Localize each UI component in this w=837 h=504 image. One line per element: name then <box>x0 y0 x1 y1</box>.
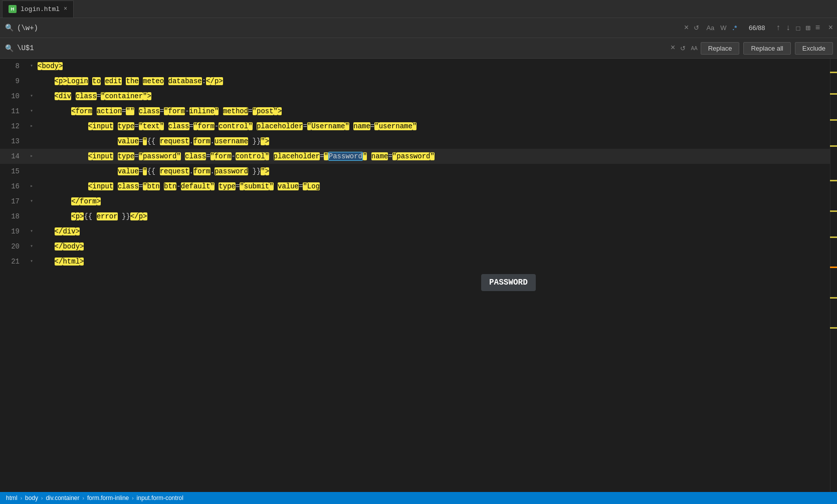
replace-all-button[interactable]: Replace all <box>743 42 790 55</box>
fold-11[interactable]: ▾ <box>28 104 36 119</box>
scrollbar-current-mark <box>830 267 837 268</box>
editor-main[interactable]: 8 ▾ <body> 9 <p>Login to edit the meteo … <box>0 59 830 492</box>
multiline-button[interactable]: ⊞ <box>804 22 811 34</box>
line-num-14: 14 <box>0 149 28 164</box>
line-content-20: </body> <box>36 239 830 254</box>
find-refresh-button[interactable]: ↺ <box>692 23 701 33</box>
scrollbar-mark-5 <box>830 210 837 212</box>
line-num-9: 9 <box>0 74 28 89</box>
code-line-10: 10 ▾ <div class="container"> <box>0 89 830 104</box>
exclude-button[interactable]: Exclude <box>795 42 833 55</box>
line-num-12: 12 <box>0 119 28 134</box>
code-line-11: 11 ▾ <form action="" class="form-inline"… <box>0 104 830 119</box>
fold-10[interactable]: ▾ <box>28 89 36 104</box>
find-input[interactable] <box>17 24 681 32</box>
editor-container: 8 ▾ <body> 9 <p>Login to edit the meteo … <box>0 59 837 492</box>
status-sep-3: › <box>83 495 84 501</box>
code-line-16: 16 ▸ <input class="btn btn-default" type… <box>0 179 830 194</box>
aa-case-button[interactable]: AA <box>691 46 697 51</box>
next-match-button[interactable]: ↓ <box>785 23 792 34</box>
fold-14[interactable]: ▸ <box>28 149 36 164</box>
line-num-15: 15 <box>0 164 28 179</box>
line-num-18: 18 <box>0 209 28 224</box>
status-input-control[interactable]: input.form-control <box>137 494 183 501</box>
tab-close-button[interactable]: × <box>64 6 67 12</box>
tab-filename: login.html <box>21 6 60 13</box>
file-tab[interactable]: H login.html × <box>2 1 74 18</box>
code-line-21: 21 ▾ </html> <box>0 254 830 269</box>
line-content-17: </form> <box>36 194 830 209</box>
code-line-9: 9 <p>Login to edit the meteo database:</… <box>0 74 830 89</box>
code-line-15: 15 value="{{ request.form.password }}"> <box>0 164 830 179</box>
line-num-16: 16 <box>0 179 28 194</box>
line-content-8: <body> <box>36 59 830 74</box>
search-area: 🔍 × ↺ Aa W .* 66/88 ↑ ↓ ☐ ⊞ ≡ × 🔍 × ↺ AA… <box>0 18 837 59</box>
line-num-19: 19 <box>0 224 28 239</box>
code-line-13: 13 value="{{ request.form.username }}"> <box>0 134 830 149</box>
line-content-15: value="{{ request.form.password }}"> <box>36 164 830 179</box>
status-form-inline[interactable]: form.form-inline <box>87 494 129 501</box>
line-content-19: </div> <box>36 224 830 239</box>
match-count: 66/88 <box>742 24 772 32</box>
prev-match-button[interactable]: ↑ <box>775 23 782 34</box>
scrollbar-mark-9 <box>830 72 837 73</box>
replace-icon: 🔍 <box>4 43 14 53</box>
fold-20[interactable]: ▾ <box>28 239 36 254</box>
fold-8[interactable]: ▾ <box>28 59 36 74</box>
line-content-9: <p>Login to edit the meteo database:</p> <box>36 74 830 89</box>
code-line-19: 19 ▾ </div> <box>0 224 830 239</box>
scrollbar-mark-7 <box>830 297 837 299</box>
fold-17[interactable]: ▾ <box>28 194 36 209</box>
status-bar: html › body › div.container › form.form-… <box>0 492 837 504</box>
scrollbar-mark-3 <box>830 145 837 147</box>
scrollbar-mark-4 <box>830 180 837 181</box>
scrollbar-mark-2 <box>830 119 837 121</box>
scrollbar-mark-1 <box>830 93 837 95</box>
line-num-8: 8 <box>0 59 28 74</box>
code-line-8: 8 ▾ <body> <box>0 59 830 74</box>
line-content-13: value="{{ request.form.username }}"> <box>36 134 830 149</box>
status-sep-4: › <box>132 495 133 501</box>
find-clear-button[interactable]: × <box>684 24 689 33</box>
fold-21[interactable]: ▾ <box>28 254 36 269</box>
filter-button[interactable]: ≡ <box>814 23 821 34</box>
find-row: 🔍 × ↺ Aa W .* 66/88 ↑ ↓ ☐ ⊞ ≡ × <box>0 18 837 38</box>
regex-button[interactable]: .* <box>731 23 739 33</box>
scrollbar-mark-6 <box>830 236 837 238</box>
fold-16[interactable]: ▸ <box>28 179 36 194</box>
line-content-14: <input type="password" class="form-contr… <box>36 149 830 164</box>
line-num-21: 21 <box>0 254 28 269</box>
fold-19[interactable]: ▾ <box>28 224 36 239</box>
find-icon: 🔍 <box>4 23 14 33</box>
line-num-20: 20 <box>0 239 28 254</box>
code-line-18: 18 <p>{{ error }}</p> <box>0 209 830 224</box>
search-close-button[interactable]: × <box>828 24 833 33</box>
line-num-10: 10 <box>0 89 28 104</box>
status-sep-2: › <box>41 495 43 501</box>
code-line-12: 12 ▸ <input type="text" class="form-cont… <box>0 119 830 134</box>
line-content-10: <div class="container"> <box>36 89 830 104</box>
tooltip-popup: PASSWORD <box>481 274 536 291</box>
line-content-21: </html> <box>36 254 830 269</box>
replace-row: 🔍 × ↺ AA Replace Replace all Exclude <box>0 38 837 58</box>
status-div-container[interactable]: div.container <box>46 494 79 501</box>
line-num-13: 13 <box>0 134 28 149</box>
whole-word-button[interactable]: W <box>718 23 728 33</box>
code-line-17: 17 ▾ </form> <box>0 194 830 209</box>
status-html[interactable]: html <box>6 494 18 501</box>
replace-refresh-button[interactable]: ↺ <box>678 44 688 53</box>
file-tab-icon: H <box>9 5 17 13</box>
code-line-14: 14 ▸ <input type="password" class="form-… <box>0 149 830 164</box>
find-options: Aa W .* <box>704 23 739 33</box>
line-content-16: <input class="btn btn-default" type="sub… <box>36 179 830 194</box>
replace-button[interactable]: Replace <box>701 42 740 55</box>
fold-12[interactable]: ▸ <box>28 119 36 134</box>
replace-clear-button[interactable]: × <box>671 44 676 53</box>
line-num-17: 17 <box>0 194 28 209</box>
replace-input[interactable] <box>17 44 668 52</box>
right-scrollbar[interactable] <box>830 59 837 492</box>
status-body[interactable]: body <box>25 494 38 501</box>
case-sensitive-button[interactable]: Aa <box>704 23 716 33</box>
tab-bar: H login.html × <box>0 0 837 18</box>
context-button[interactable]: ☐ <box>795 22 802 34</box>
